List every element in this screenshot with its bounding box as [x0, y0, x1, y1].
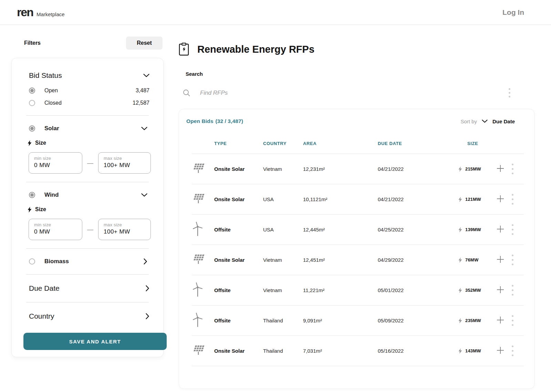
solar-size-range: min size 0 MW — max size 100+ MW [23, 152, 152, 176]
bolt-icon [28, 207, 32, 213]
rfp-country: USA [263, 196, 303, 202]
solar-min-size-input[interactable]: min size 0 MW [29, 152, 82, 174]
row-options-kebab-icon[interactable] [511, 224, 514, 236]
add-rfp-button[interactable] [496, 195, 505, 203]
add-rfp-button[interactable] [496, 347, 505, 355]
save-and-alert-button[interactable]: SAVE AND ALERT [23, 333, 167, 350]
row-options-kebab-icon[interactable] [511, 163, 514, 175]
chevron-right-icon[interactable] [146, 313, 149, 319]
row-options-kebab-icon[interactable] [511, 193, 514, 205]
table-row[interactable]: Offsite Vietnam 11,221m² 05/01/2022 352M… [192, 275, 524, 306]
login-button[interactable]: Log In [502, 8, 524, 17]
results-card: Open Bids(32 / 3,487) Sort by Due Date T… [179, 109, 534, 389]
table-row[interactable]: Offsite USA 12,445m² 04/25/2022 139MW [192, 215, 524, 245]
add-rfp-button[interactable] [496, 286, 505, 294]
chevron-down-icon[interactable] [141, 193, 147, 197]
due-date-section-header[interactable]: Due Date [23, 281, 152, 296]
rfp-due-date: 05/09/2022 [378, 318, 458, 323]
radio-open[interactable] [29, 87, 35, 94]
bolt-icon [458, 197, 462, 202]
solar-panel-icon [192, 193, 206, 205]
bid-status-section-header[interactable]: Bid Status [23, 71, 152, 80]
add-rfp-button[interactable] [496, 225, 505, 234]
top-navbar: ren Marketplace Log In [0, 0, 551, 25]
wind-turbine-icon [192, 312, 204, 328]
rfp-size: 143MW [465, 348, 481, 353]
rfp-due-date: 04/21/2022 [378, 166, 458, 172]
table-row[interactable]: Offsite Thailand 9,091m² 05/09/2022 235M… [192, 306, 524, 336]
radio-biomass[interactable] [29, 258, 35, 265]
max-size-label: max size [104, 156, 150, 161]
row-options-kebab-icon[interactable] [511, 284, 514, 296]
reset-filters-button[interactable]: Reset [126, 37, 163, 50]
solar-max-size-input[interactable]: max size 100+ MW [98, 152, 151, 174]
bid-status-option-closed[interactable]: Closed 12,587 [23, 97, 152, 109]
row-options-kebab-icon[interactable] [511, 345, 514, 357]
rfp-size: 352MW [465, 288, 481, 293]
open-count: 3,487 [136, 87, 149, 94]
rfp-size: 76MW [465, 257, 478, 262]
add-rfp-button[interactable] [496, 256, 505, 264]
rfp-due-date: 04/21/2022 [378, 196, 458, 202]
rfp-type: Offsite [214, 318, 263, 323]
brand-suffix: Marketplace [37, 11, 65, 17]
plus-icon [497, 316, 504, 324]
sort-value: Due Date [492, 118, 515, 124]
country-title: Country [29, 312, 54, 320]
plus-icon [497, 256, 504, 263]
row-options-kebab-icon[interactable] [511, 314, 514, 327]
filter-card: Bid Status Open 3,487 Closed 12,587 Sola… [11, 58, 164, 357]
table-row[interactable]: Onsite Solar Vietnam 12,231m² 04/21/2022… [192, 154, 524, 184]
clipboard-bolt-icon [179, 43, 189, 56]
wind-section-header[interactable]: Wind [23, 188, 152, 202]
radio-closed[interactable] [29, 100, 35, 106]
rfp-area: 11,221m² [303, 287, 378, 293]
chevron-right-icon[interactable] [146, 285, 149, 291]
divider [26, 274, 149, 275]
bolt-icon [458, 166, 462, 172]
brand-logo[interactable]: ren Marketplace [17, 6, 65, 19]
wind-turbine-icon [192, 282, 204, 297]
max-size-value: 100+ MW [104, 162, 150, 169]
rfp-country: Thailand [263, 348, 303, 354]
column-header-country: COUNTRY [263, 141, 303, 146]
rfp-area: 9,091m² [303, 318, 378, 323]
radio-solar[interactable] [29, 125, 35, 132]
rfp-due-date: 04/29/2022 [378, 257, 458, 263]
wind-max-size-input[interactable]: max size 100+ MW [98, 219, 151, 240]
add-rfp-button[interactable] [496, 165, 505, 173]
table-row[interactable]: Onsite Solar USA 10,1121m² 04/21/2022 12… [192, 184, 524, 215]
chevron-down-icon[interactable] [143, 74, 149, 78]
table-row[interactable]: Onsite Solar Vietnam 12,451m² 04/29/2022… [192, 245, 524, 275]
chevron-down-icon[interactable] [482, 120, 488, 123]
min-size-label: min size [34, 156, 82, 161]
sort-control[interactable]: Sort by Due Date [460, 118, 515, 124]
divider [26, 182, 149, 182]
wind-min-size-input[interactable]: min size 0 MW [29, 219, 82, 240]
plus-icon [497, 165, 504, 172]
bid-status-option-open[interactable]: Open 3,487 [23, 84, 152, 97]
chevron-right-icon[interactable] [144, 258, 147, 265]
search-input[interactable] [200, 90, 407, 96]
search-icon [183, 89, 190, 97]
table-row[interactable]: Onsite Solar Thailand 7,031m² 05/16/2022… [192, 336, 524, 366]
sort-by-label: Sort by [460, 118, 477, 124]
chevron-down-icon[interactable] [141, 127, 147, 131]
divider [26, 115, 149, 116]
open-bids-heading: Open Bids(32 / 3,487) [186, 118, 243, 124]
search-options-kebab-icon[interactable] [508, 87, 511, 98]
rfp-country: Vietnam [263, 166, 303, 172]
biomass-section-header[interactable]: Biomass [23, 255, 152, 268]
filters-title: Filters [24, 40, 41, 46]
max-size-value: 100+ MW [104, 228, 150, 235]
solar-label: Solar [44, 125, 59, 132]
rfp-area: 12,445m² [303, 227, 378, 233]
add-rfp-button[interactable] [496, 316, 505, 324]
biomass-label: Biomass [44, 258, 69, 265]
rfp-size: 121MW [465, 197, 481, 202]
wind-label: Wind [44, 192, 59, 198]
solar-section-header[interactable]: Solar [23, 122, 152, 135]
radio-wind[interactable] [29, 192, 35, 198]
country-section-header[interactable]: Country [23, 309, 152, 324]
row-options-kebab-icon[interactable] [511, 254, 514, 266]
